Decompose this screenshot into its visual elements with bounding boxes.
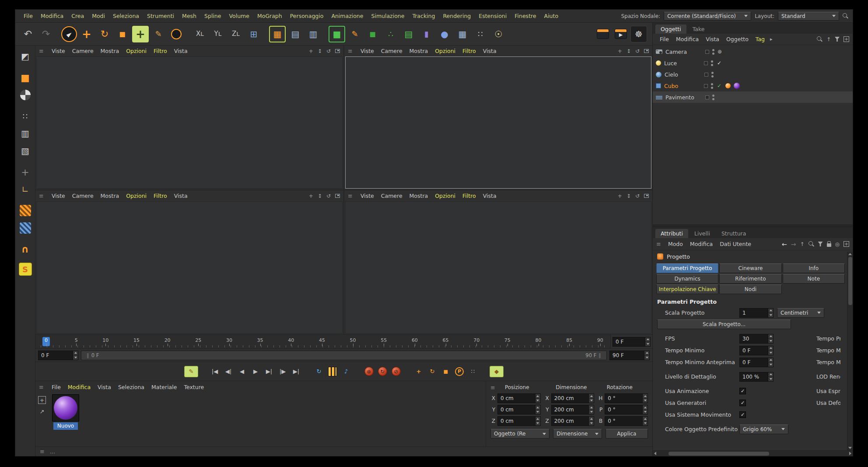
layer-box[interactable] [705,95,709,99]
menubar-item[interactable]: Modifica [37,13,67,19]
timeline-tick[interactable]: 75 [504,337,511,346]
rotate-tool[interactable]: ↻ [96,26,113,42]
timeline-tick[interactable]: 85 [566,337,572,346]
viewport-menu-item[interactable]: Camere [378,48,406,54]
chevron-right-icon[interactable]: ▸ [768,36,774,42]
colore-oggetto-dropdown[interactable]: Grigio 60% [739,425,788,434]
history-back-icon[interactable]: ← [782,241,787,248]
usa-generatori-checkbox[interactable]: ✓ [739,400,746,406]
orbit-icon[interactable]: ↺ [326,193,331,199]
viewport-menu-item[interactable]: Mostra [97,193,123,199]
snap-planar-icon[interactable] [18,203,33,218]
filter-icon[interactable] [818,242,823,246]
layer-box[interactable] [704,73,708,77]
visibility-dots[interactable] [712,95,714,100]
viewport-menu-item[interactable]: Mostra [97,48,123,54]
scala-unit-dropdown[interactable]: Centimetri [777,308,824,318]
add-material-icon[interactable]: + [38,396,46,404]
layer-box[interactable] [704,84,708,88]
settings-gear-icon[interactable]: ☸ [630,26,647,42]
tab-livelli[interactable]: Livelli [689,229,715,238]
camera-target-icon[interactable]: ⊕ [718,49,722,55]
make-editable-icon[interactable]: ◩ [18,49,33,64]
timeline-tick[interactable]: 15 [133,337,140,346]
scala-progetto-field[interactable]: 1 [739,308,774,318]
viewport-menu-item[interactable]: Viste [357,48,378,54]
undo-icon[interactable]: ↶ [20,26,36,42]
scrollbar-thumb[interactable] [668,452,769,456]
viewport-menu-item[interactable]: Mostra [406,193,432,199]
grip-icon[interactable] [39,193,44,199]
play-button[interactable]: ▶ [249,366,262,377]
zoom-icon[interactable]: ↕ [626,193,631,199]
timeline-clapboard-icon[interactable] [595,26,611,42]
material-menu-item[interactable]: Vista [94,384,115,390]
record-scale-button[interactable]: ◼ [440,366,452,377]
tab-take[interactable]: Take [687,25,710,34]
tab-nodi[interactable]: Nodi [719,284,781,294]
film-button[interactable] [326,366,339,377]
orbit-icon[interactable]: ↺ [326,48,331,54]
history-forward-icon[interactable]: → [791,241,796,248]
z-axis-lock[interactable]: Zʟ [228,26,244,42]
apply-button[interactable]: Applica [606,429,648,439]
timeline-tick[interactable]: 10 [102,337,108,346]
attribute-menu-item[interactable]: Modifica [686,241,716,247]
coordinate-mode-dropdown[interactable]: Oggetto (Re [490,429,550,439]
object-row[interactable]: Cubo ✓ [653,80,853,91]
position-z-field[interactable]: 0 cm [497,416,541,426]
scale-tool[interactable]: ◼ [114,26,131,42]
redo-icon[interactable]: ↷ [38,26,54,42]
enable-axis-icon[interactable]: + [18,165,33,179]
brush-tool[interactable]: ✎ [150,26,167,42]
usa-animazione-checkbox[interactable]: ✓ [739,388,746,394]
timeline-tick[interactable]: 65 [443,337,449,346]
pan-icon[interactable]: + [618,48,622,54]
timeline-ruler[interactable]: 051015202530354045505560657075808590 [35,335,610,348]
object-row[interactable]: Luce ✓ [653,57,853,69]
position-y-field[interactable]: 0 cm [497,405,541,414]
object-name[interactable]: Camera [665,49,702,55]
object-row[interactable]: Camera ⊕ [653,46,853,57]
range-cap-icon[interactable]: ∥ [598,352,601,358]
zoom-icon[interactable]: ↕ [318,48,322,54]
tab-note[interactable]: Note [783,274,845,284]
phong-tag-icon[interactable] [725,83,731,88]
zoom-icon[interactable]: ↕ [626,48,631,54]
maximize-viewport-icon[interactable] [644,49,649,53]
polygons-mode-icon[interactable]: ▧ [18,144,33,158]
menubar-item[interactable]: Aiuto [540,13,563,19]
volume-button[interactable]: ∷ [472,26,489,42]
field-button[interactable]: ▮ [418,26,435,42]
render-settings-button[interactable]: ▥ [305,26,322,42]
rotation-p-field[interactable]: 0 ° [605,405,648,414]
model-mode-icon[interactable]: ■ [18,70,33,85]
material-menu-item[interactable]: Materiale [148,384,180,390]
attribute-menu-item[interactable]: Dati Utente [716,241,755,247]
material-thumbnail[interactable] [52,394,79,421]
keyframe-presets-button[interactable]: ◆ [490,366,504,377]
timeline-tick[interactable]: 30 [226,337,232,346]
pan-icon[interactable]: + [309,193,313,199]
grip-icon[interactable] [348,48,353,54]
rotation-h-field[interactable]: 0 ° [605,393,648,403]
deformer-button[interactable]: ● [436,26,453,42]
timeline-tick[interactable]: 45 [319,337,325,346]
range-end-field[interactable]: 90 F [609,351,650,360]
object-menu-item[interactable]: Modifica [672,36,702,42]
load-material-icon[interactable]: ↗ [38,407,46,415]
search-icon[interactable] [843,13,848,19]
timeline-tick[interactable]: 25 [195,337,201,346]
record-position-button[interactable]: + [413,366,425,377]
tab-riferimento[interactable]: Riferimento [719,274,781,284]
viewport-menu-item[interactable]: Camere [378,193,406,199]
nodal-space-dropdown[interactable]: Corrente (Standard/Fisico) [664,12,751,21]
grip-icon[interactable] [39,48,44,54]
menubar-item[interactable]: Seleziona [109,13,143,19]
timeline-tick[interactable]: 80 [536,337,542,346]
cloner-button[interactable]: ▤ [400,26,417,42]
enable-snap-icon[interactable]: ∩ [18,242,33,256]
record-keyframe-button[interactable]: ⊕ [363,366,375,377]
menubar-item[interactable]: Modi [88,13,109,19]
viewport-menu-item[interactable]: Viste [48,48,69,54]
